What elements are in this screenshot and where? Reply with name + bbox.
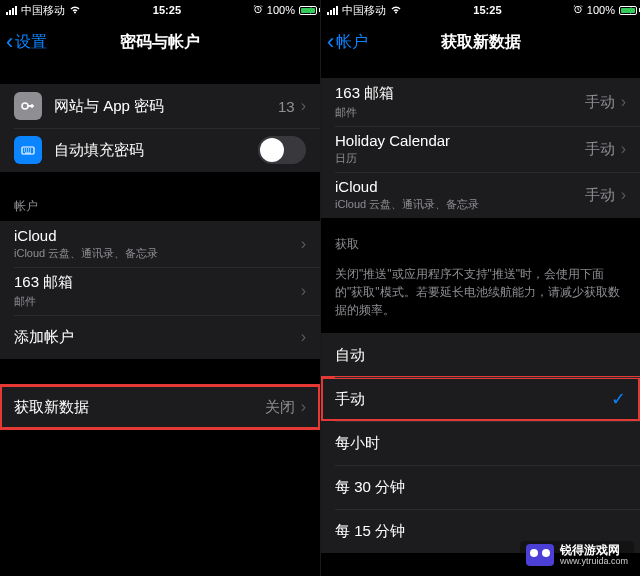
account-sub: iCloud 云盘、通讯录、备忘录 xyxy=(335,197,585,212)
chevron-left-icon: ‹ xyxy=(327,31,334,53)
battery-icon xyxy=(299,6,314,15)
chevron-right-icon: › xyxy=(621,93,626,111)
alarm-icon xyxy=(573,4,583,16)
chevron-right-icon: › xyxy=(301,328,306,346)
keyboard-icon xyxy=(14,136,42,164)
nav-bar: ‹ 帐户 获取新数据 xyxy=(321,20,640,64)
back-label: 设置 xyxy=(15,32,47,53)
option-label: 手动 xyxy=(335,390,611,409)
row-fetch-option-hourly[interactable]: 每小时 xyxy=(321,421,640,465)
battery-pct-label: 100% xyxy=(587,4,615,16)
screen-fetch-new-data: 中国移动 15:25 100% ‹ 帐户 xyxy=(320,0,640,576)
chevron-right-icon: › xyxy=(301,97,306,115)
watermark-url: www.ytruida.com xyxy=(560,557,628,567)
chevron-right-icon: › xyxy=(621,186,626,204)
row-account-icloud[interactable]: iCloud iCloud 云盘、通讯录、备忘录 › xyxy=(0,221,320,267)
account-title: iCloud xyxy=(14,227,301,244)
row-value: 手动 xyxy=(585,186,615,205)
row-website-app-passwords[interactable]: 网站与 App 密码 13 › xyxy=(0,84,320,128)
battery-icon xyxy=(619,6,634,15)
chevron-right-icon: › xyxy=(301,398,306,416)
section-header-accounts: 帐户 xyxy=(0,198,320,221)
page-title: 获取新数据 xyxy=(441,32,521,53)
option-label: 每小时 xyxy=(335,434,626,453)
row-account-163[interactable]: 163 邮箱 邮件 › xyxy=(0,267,320,315)
status-bar: 中国移动 15:25 100% xyxy=(321,0,640,20)
account-sub: 日历 xyxy=(335,151,585,166)
row-value: 手动 xyxy=(585,93,615,112)
row-fetch-option-manual[interactable]: 手动 ✓ xyxy=(321,377,640,421)
row-label: 网站与 App 密码 xyxy=(54,97,278,116)
watermark-logo-icon xyxy=(526,544,554,566)
row-fetch-new-data[interactable]: 获取新数据 关闭 › xyxy=(0,385,320,429)
alarm-icon xyxy=(253,4,263,16)
carrier-label: 中国移动 xyxy=(21,3,65,18)
signal-icon xyxy=(327,6,338,15)
row-fetch-account-holiday[interactable]: Holiday Calendar 日历 手动 › xyxy=(321,126,640,172)
row-fetch-option-auto[interactable]: 自动 xyxy=(321,333,640,377)
nav-bar: ‹ 设置 密码与帐户 xyxy=(0,20,320,64)
chevron-right-icon: › xyxy=(621,140,626,158)
watermark: 锐得游戏网 www.ytruida.com xyxy=(520,541,634,570)
back-button[interactable]: ‹ 帐户 xyxy=(327,31,368,53)
chevron-right-icon: › xyxy=(301,282,306,300)
clock-label: 15:25 xyxy=(473,4,501,16)
option-label: 自动 xyxy=(335,346,626,365)
account-sub: 邮件 xyxy=(14,294,301,309)
account-sub: 邮件 xyxy=(335,105,585,120)
section-header-fetch: 获取 xyxy=(321,236,640,259)
account-title: iCloud xyxy=(335,178,585,195)
row-value: 13 xyxy=(278,98,295,115)
row-fetch-account-163[interactable]: 163 邮箱 邮件 手动 › xyxy=(321,78,640,126)
page-title: 密码与帐户 xyxy=(120,32,200,53)
account-title: 163 邮箱 xyxy=(14,273,301,292)
check-icon: ✓ xyxy=(611,388,626,410)
chevron-right-icon: › xyxy=(301,235,306,253)
wifi-icon xyxy=(69,5,81,16)
account-title: Holiday Calendar xyxy=(335,132,585,149)
row-add-account[interactable]: 添加帐户 › xyxy=(0,315,320,359)
section-footer-fetch: 关闭"推送"或应用程序不支持"推送"时，会使用下面的"获取"模式。若要延长电池续… xyxy=(321,259,640,319)
row-fetch-option-30min[interactable]: 每 30 分钟 xyxy=(321,465,640,509)
row-autofill-passwords[interactable]: 自动填充密码 xyxy=(0,128,320,172)
key-icon xyxy=(14,92,42,120)
row-label: 添加帐户 xyxy=(14,328,301,347)
back-label: 帐户 xyxy=(336,32,368,53)
autofill-toggle[interactable] xyxy=(258,136,306,164)
row-label: 获取新数据 xyxy=(14,398,265,417)
svg-point-1 xyxy=(22,103,28,109)
signal-icon xyxy=(6,6,17,15)
clock-label: 15:25 xyxy=(153,4,181,16)
account-sub: iCloud 云盘、通讯录、备忘录 xyxy=(14,246,301,261)
row-label: 自动填充密码 xyxy=(54,141,258,160)
account-title: 163 邮箱 xyxy=(335,84,585,103)
row-value: 关闭 xyxy=(265,398,295,417)
row-value: 手动 xyxy=(585,140,615,159)
battery-pct-label: 100% xyxy=(267,4,295,16)
chevron-left-icon: ‹ xyxy=(6,31,13,53)
option-label: 每 30 分钟 xyxy=(335,478,626,497)
status-bar: 中国移动 15:25 100% xyxy=(0,0,320,20)
row-fetch-account-icloud[interactable]: iCloud iCloud 云盘、通讯录、备忘录 手动 › xyxy=(321,172,640,218)
back-button[interactable]: ‹ 设置 xyxy=(6,31,47,53)
screen-passwords-accounts: 中国移动 15:25 100% ‹ 设置 xyxy=(0,0,320,576)
option-label: 每 15 分钟 xyxy=(335,522,626,541)
wifi-icon xyxy=(390,5,402,16)
carrier-label: 中国移动 xyxy=(342,3,386,18)
